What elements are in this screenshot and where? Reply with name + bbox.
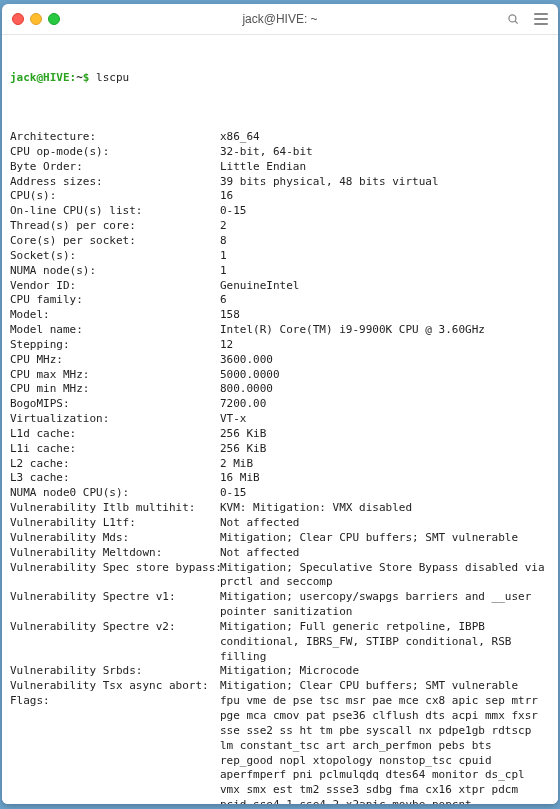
lscpu-row: L1d cache:256 KiB — [10, 427, 550, 442]
lscpu-value: 0-15 — [220, 486, 550, 501]
lscpu-row: Vulnerability Meltdown:Not affected — [10, 546, 550, 561]
lscpu-row: L1i cache:256 KiB — [10, 442, 550, 457]
lscpu-key: Stepping: — [10, 338, 220, 353]
lscpu-value: Mitigation; Full generic retpoline, IBPB… — [220, 620, 550, 665]
lscpu-value: 6 — [220, 293, 550, 308]
lscpu-key: Socket(s): — [10, 249, 220, 264]
lscpu-key: Vulnerability L1tf: — [10, 516, 220, 531]
lscpu-value: 39 bits physical, 48 bits virtual — [220, 175, 550, 190]
lscpu-value: Mitigation; Microcode — [220, 664, 550, 679]
lscpu-row: Model:158 — [10, 308, 550, 323]
lscpu-key: CPU family: — [10, 293, 220, 308]
lscpu-row: Vulnerability Srbds:Mitigation; Microcod… — [10, 664, 550, 679]
menu-icon[interactable] — [534, 13, 548, 25]
window-controls — [12, 13, 72, 25]
lscpu-value: 256 KiB — [220, 442, 550, 457]
lscpu-row: Address sizes:39 bits physical, 48 bits … — [10, 175, 550, 190]
lscpu-value: Intel(R) Core(TM) i9-9900K CPU @ 3.60GHz — [220, 323, 550, 338]
lscpu-row: Virtualization:VT-x — [10, 412, 550, 427]
lscpu-key: Model: — [10, 308, 220, 323]
lscpu-value: Not affected — [220, 546, 550, 561]
lscpu-row: CPU MHz:3600.000 — [10, 353, 550, 368]
lscpu-row: Core(s) per socket:8 — [10, 234, 550, 249]
lscpu-row: Vendor ID:GenuineIntel — [10, 279, 550, 294]
lscpu-row: CPU op-mode(s):32-bit, 64-bit — [10, 145, 550, 160]
command: lscpu — [96, 71, 129, 84]
lscpu-key: L2 cache: — [10, 457, 220, 472]
lscpu-row: CPU max MHz:5000.0000 — [10, 368, 550, 383]
titlebar-actions — [488, 12, 548, 26]
lscpu-row: L3 cache:16 MiB — [10, 471, 550, 486]
lscpu-value: GenuineIntel — [220, 279, 550, 294]
lscpu-value: 800.0000 — [220, 382, 550, 397]
lscpu-row: On-line CPU(s) list:0-15 — [10, 204, 550, 219]
prompt-user: jack@HIVE — [10, 71, 70, 84]
lscpu-key: Virtualization: — [10, 412, 220, 427]
lscpu-value: Little Endian — [220, 160, 550, 175]
lscpu-row: Architecture:x86_64 — [10, 130, 550, 145]
terminal-window: jack@HIVE: ~ jack@HIVE:~$ lscpu Architec… — [2, 4, 558, 804]
lscpu-key: Vulnerability Meltdown: — [10, 546, 220, 561]
lscpu-value: 1 — [220, 264, 550, 279]
lscpu-key: Core(s) per socket: — [10, 234, 220, 249]
lscpu-value: 16 — [220, 189, 550, 204]
lscpu-row: Vulnerability Itlb multihit:KVM: Mitigat… — [10, 501, 550, 516]
lscpu-row: Flags:fpu vme de pse tsc msr pae mce cx8… — [10, 694, 550, 804]
lscpu-row: Model name:Intel(R) Core(TM) i9-9900K CP… — [10, 323, 550, 338]
lscpu-key: CPU op-mode(s): — [10, 145, 220, 160]
lscpu-key: Byte Order: — [10, 160, 220, 175]
lscpu-value: 8 — [220, 234, 550, 249]
lscpu-row: CPU min MHz:800.0000 — [10, 382, 550, 397]
minimize-icon[interactable] — [30, 13, 42, 25]
lscpu-value: Mitigation; usercopy/swapgs barriers and… — [220, 590, 550, 620]
lscpu-row: CPU(s):16 — [10, 189, 550, 204]
lscpu-key: Vulnerability Srbds: — [10, 664, 220, 679]
lscpu-row: Vulnerability Spectre v1:Mitigation; use… — [10, 590, 550, 620]
lscpu-row: Vulnerability Tsx async abort:Mitigation… — [10, 679, 550, 694]
lscpu-key: On-line CPU(s) list: — [10, 204, 220, 219]
terminal-body[interactable]: jack@HIVE:~$ lscpu Architecture:x86_64CP… — [2, 35, 558, 804]
lscpu-key: CPU(s): — [10, 189, 220, 204]
search-icon[interactable] — [506, 12, 520, 26]
lscpu-key: Flags: — [10, 694, 220, 804]
lscpu-key: Vulnerability Spec store bypass: — [10, 561, 220, 591]
lscpu-key: Model name: — [10, 323, 220, 338]
lscpu-row: Thread(s) per core:2 — [10, 219, 550, 234]
lscpu-key: Vulnerability Spectre v1: — [10, 590, 220, 620]
lscpu-value: 7200.00 — [220, 397, 550, 412]
lscpu-value: VT-x — [220, 412, 550, 427]
lscpu-row: NUMA node(s):1 — [10, 264, 550, 279]
lscpu-key: NUMA node0 CPU(s): — [10, 486, 220, 501]
lscpu-value: x86_64 — [220, 130, 550, 145]
lscpu-key: CPU MHz: — [10, 353, 220, 368]
lscpu-row: Socket(s):1 — [10, 249, 550, 264]
lscpu-key: Thread(s) per core: — [10, 219, 220, 234]
lscpu-row: BogoMIPS:7200.00 — [10, 397, 550, 412]
lscpu-row: Vulnerability Spectre v2:Mitigation; Ful… — [10, 620, 550, 665]
lscpu-key: Vendor ID: — [10, 279, 220, 294]
lscpu-key: Vulnerability Tsx async abort: — [10, 679, 220, 694]
lscpu-key: BogoMIPS: — [10, 397, 220, 412]
lscpu-row: Vulnerability Spec store bypass:Mitigati… — [10, 561, 550, 591]
lscpu-value: Mitigation; Clear CPU buffers; SMT vulne… — [220, 531, 550, 546]
lscpu-key: L1d cache: — [10, 427, 220, 442]
prompt-path: ~ — [76, 71, 83, 84]
lscpu-value: 32-bit, 64-bit — [220, 145, 550, 160]
lscpu-value: KVM: Mitigation: VMX disabled — [220, 501, 550, 516]
maximize-icon[interactable] — [48, 13, 60, 25]
lscpu-row: L2 cache:2 MiB — [10, 457, 550, 472]
close-icon[interactable] — [12, 13, 24, 25]
lscpu-value: 256 KiB — [220, 427, 550, 442]
prompt-symbol: $ — [83, 71, 90, 84]
lscpu-key: CPU min MHz: — [10, 382, 220, 397]
lscpu-row: Vulnerability Mds:Mitigation; Clear CPU … — [10, 531, 550, 546]
svg-line-1 — [515, 21, 518, 24]
lscpu-row: NUMA node0 CPU(s):0-15 — [10, 486, 550, 501]
lscpu-key: NUMA node(s): — [10, 264, 220, 279]
lscpu-key: L3 cache: — [10, 471, 220, 486]
lscpu-key: Address sizes: — [10, 175, 220, 190]
lscpu-key: Vulnerability Itlb multihit: — [10, 501, 220, 516]
lscpu-output: Architecture:x86_64CPU op-mode(s):32-bit… — [10, 130, 550, 804]
svg-point-0 — [509, 15, 516, 22]
lscpu-value: Mitigation; Speculative Store Bypass dis… — [220, 561, 550, 591]
